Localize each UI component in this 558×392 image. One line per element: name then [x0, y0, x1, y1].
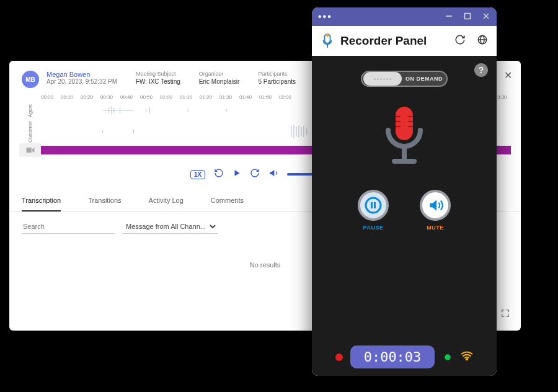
forward-icon[interactable] [250, 168, 260, 180]
wifi-icon [461, 350, 473, 363]
recording-mode-toggle[interactable]: ON DEMAND [361, 71, 448, 87]
recorder-title: Recorder Panel [340, 34, 427, 48]
timeline-tick: 00:00 [41, 94, 61, 100]
window-close-icon[interactable] [482, 11, 490, 22]
timeline-tick: 01:20 [200, 94, 219, 100]
recorder-status-bar: 0:00:03 [312, 345, 497, 368]
channel-filter-select[interactable]: Message from All Chann... [122, 220, 218, 234]
titlebar[interactable]: ••• [312, 7, 497, 26]
timeline-tick: 02:00 [279, 94, 299, 100]
fullscreen-icon[interactable] [501, 309, 510, 319]
app-logo-icon [321, 32, 334, 50]
svg-rect-40 [374, 202, 376, 208]
timeline-tick: 01:50 [259, 94, 279, 100]
meta-subject-value: FW: IXC Testing [136, 78, 180, 85]
pause-button[interactable]: PAUSE [358, 190, 389, 231]
timeline-tick: 00:50 [140, 94, 160, 100]
playback-speed-button[interactable]: 1X [190, 170, 205, 179]
microphone-icon [312, 104, 497, 175]
recorder-header: Recorder Panel [312, 26, 497, 56]
close-icon[interactable]: ✕ [504, 69, 512, 81]
meeting-timestamp: Apr 20, 2023, 9:52:32 PM [46, 78, 117, 85]
tab-comments[interactable]: Comments [211, 197, 244, 212]
tab-activity-log[interactable]: Activity Log [149, 197, 184, 212]
play-icon[interactable] [232, 169, 241, 180]
meta-organizer-value: Eric Monplaisir [199, 78, 240, 85]
window-maximize-icon[interactable] [463, 11, 472, 22]
help-button[interactable]: ? [474, 63, 488, 77]
toggle-handle [363, 72, 402, 86]
volume-icon[interactable] [268, 168, 278, 180]
timeline-tick: 3:30 [497, 94, 517, 100]
svg-point-38 [366, 198, 381, 213]
recorder-body: ? ON DEMAND [312, 56, 497, 376]
recording-indicator-icon [335, 354, 343, 361]
refresh-icon[interactable] [454, 34, 466, 48]
owner-name: Megan Bowen [46, 71, 117, 78]
timeline-tick: 00:40 [120, 94, 140, 100]
recorder-window: ••• Recorder Panel [312, 7, 497, 376]
timeline-tick: 01:00 [160, 94, 180, 100]
video-track-icon [19, 143, 41, 157]
svg-rect-29 [396, 107, 413, 140]
timeline-tick: 01:10 [180, 94, 200, 100]
customer-track-label: Customer [27, 121, 33, 143]
meta-subject-label: Meeting Subject [136, 71, 180, 77]
timeline-tick: 01:40 [239, 94, 259, 100]
search-input[interactable] [22, 220, 115, 234]
mute-button[interactable]: MUTE [420, 190, 451, 231]
tab-transitions[interactable]: Transitions [88, 197, 121, 212]
status-indicator-icon [442, 352, 453, 363]
globe-icon[interactable] [477, 34, 488, 48]
svg-rect-19 [26, 148, 31, 153]
agent-track-label: Agent [27, 100, 33, 122]
titlebar-menu-icon[interactable]: ••• [318, 11, 332, 22]
timeline-tick: 00:10 [61, 94, 81, 100]
meta-participants-value: 5 Participants [258, 78, 296, 85]
timeline-tick: 00:20 [81, 94, 100, 100]
elapsed-time: 0:00:03 [350, 345, 435, 368]
svg-point-41 [466, 359, 467, 360]
svg-rect-39 [371, 202, 373, 208]
avatar: MB [22, 71, 39, 88]
timeline-tick: 01:30 [219, 94, 239, 100]
timeline-tick: 00:30 [100, 94, 120, 100]
pause-label: PAUSE [358, 225, 389, 231]
svg-rect-21 [465, 14, 471, 19]
mute-label: MUTE [420, 225, 451, 231]
meta-organizer-label: Organizer [199, 71, 240, 77]
meta-participants-label: Participants [258, 71, 296, 77]
toggle-ondemand-label: ON DEMAND [402, 76, 446, 82]
tab-transcription[interactable]: Transcription [22, 197, 61, 212]
window-minimize-icon[interactable] [445, 11, 453, 22]
rewind-icon[interactable] [214, 168, 224, 180]
